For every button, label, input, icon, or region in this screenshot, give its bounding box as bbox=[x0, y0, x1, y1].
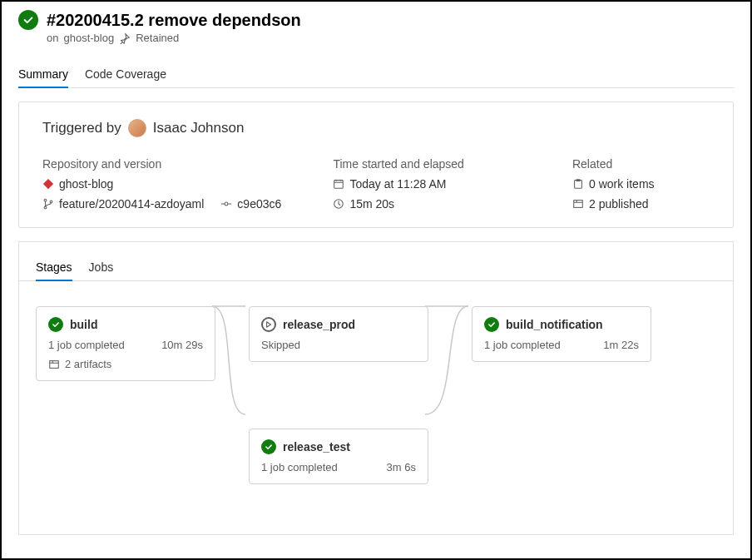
pin-icon bbox=[119, 32, 131, 44]
repo-icon bbox=[42, 178, 54, 190]
project-name[interactable]: ghost-blog bbox=[63, 32, 114, 44]
commit-icon bbox=[220, 198, 232, 210]
work-items[interactable]: 0 work items bbox=[589, 177, 655, 191]
status-success-icon bbox=[18, 10, 38, 30]
stage-release-prod[interactable]: release_prod Skipped bbox=[249, 306, 428, 362]
svg-rect-7 bbox=[574, 201, 583, 208]
status-success-icon bbox=[484, 317, 499, 332]
related-label: Related bbox=[572, 157, 710, 171]
stages-card: Stages Jobs build bbox=[18, 241, 734, 535]
summary-card: Triggered by Isaac Johnson Repository an… bbox=[18, 102, 734, 228]
stage-build[interactable]: build 1 job completed 10m 29s 2 artifact… bbox=[36, 306, 215, 381]
tab-summary[interactable]: Summary bbox=[18, 61, 68, 87]
repo-version-label: Repository and version bbox=[42, 157, 299, 171]
stage-duration: 3m 6s bbox=[387, 461, 416, 473]
tab-code-coverage[interactable]: Code Coverage bbox=[85, 61, 166, 87]
workitems-icon bbox=[572, 178, 584, 190]
svg-rect-8 bbox=[50, 360, 59, 368]
stage-status: 1 job completed bbox=[484, 339, 561, 351]
status-success-icon bbox=[261, 439, 276, 454]
repo-name[interactable]: ghost-blog bbox=[59, 177, 113, 191]
stage-build-notification[interactable]: build_notification 1 job completed 1m 22… bbox=[472, 306, 651, 362]
project-prefix: on bbox=[47, 32, 58, 44]
branch-name[interactable]: feature/20200414-azdoyaml bbox=[59, 197, 204, 211]
started-time: Today at 11:28 AM bbox=[349, 177, 446, 191]
svg-point-2 bbox=[50, 201, 52, 203]
tab-stages[interactable]: Stages bbox=[36, 254, 72, 280]
stage-name: build bbox=[70, 318, 97, 331]
calendar-icon bbox=[333, 178, 344, 190]
retained-label: Retained bbox=[136, 32, 179, 44]
svg-point-3 bbox=[225, 202, 228, 206]
artifact-icon bbox=[572, 198, 584, 210]
status-skipped-icon bbox=[261, 317, 276, 332]
run-title: #20200415.2 remove dependson bbox=[47, 11, 301, 30]
artifact-icon bbox=[48, 359, 60, 370]
svg-rect-4 bbox=[334, 181, 344, 189]
branch-icon bbox=[42, 198, 54, 210]
svg-point-0 bbox=[44, 199, 47, 201]
stage-release-test[interactable]: release_test 1 job completed 3m 6s bbox=[249, 429, 428, 484]
status-success-icon bbox=[48, 317, 63, 332]
avatar bbox=[128, 119, 146, 137]
commit-sha[interactable]: c9e03c6 bbox=[237, 197, 281, 211]
stage-status: 1 job completed bbox=[48, 339, 125, 351]
stage-status: Skipped bbox=[261, 339, 300, 351]
published-count[interactable]: 2 published bbox=[589, 197, 649, 211]
triggered-prefix: Triggered by bbox=[42, 120, 121, 136]
clock-icon bbox=[333, 198, 344, 210]
tab-jobs[interactable]: Jobs bbox=[89, 254, 114, 280]
stage-name: release_test bbox=[283, 440, 350, 453]
stage-duration: 1m 22s bbox=[603, 339, 639, 351]
stage-name: release_prod bbox=[283, 318, 355, 331]
artifacts-link[interactable]: 2 artifacts bbox=[65, 358, 111, 370]
elapsed-time: 15m 20s bbox=[349, 197, 394, 211]
stage-name: build_notification bbox=[506, 318, 603, 331]
triggered-user[interactable]: Isaac Johnson bbox=[153, 120, 245, 136]
stage-status: 1 job completed bbox=[261, 461, 338, 473]
main-tabs: Summary Code Coverage bbox=[18, 61, 734, 88]
svg-rect-6 bbox=[575, 181, 582, 189]
time-label: Time started and elapsed bbox=[333, 157, 539, 171]
svg-point-1 bbox=[44, 206, 47, 209]
stage-duration: 10m 29s bbox=[161, 339, 203, 351]
